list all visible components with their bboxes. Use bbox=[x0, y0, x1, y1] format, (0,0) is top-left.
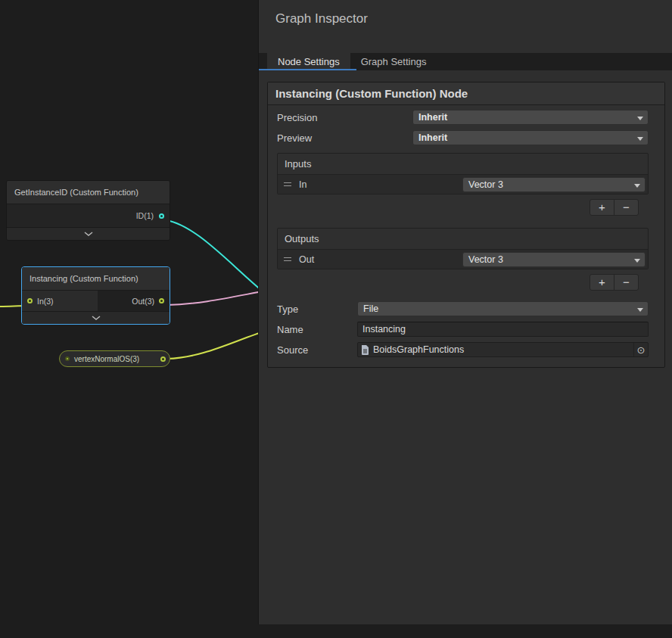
node-instancing[interactable]: Instancing (Custom Function) In(3) Out(3… bbox=[21, 266, 170, 325]
name-row: Name Instancing bbox=[277, 321, 649, 338]
type-dropdown[interactable]: File bbox=[357, 301, 649, 316]
outputs-title: Outputs bbox=[278, 229, 648, 249]
panel-title: Instancing (Custom Function) Node bbox=[268, 82, 664, 105]
precision-value: Inherit bbox=[418, 112, 447, 123]
chevron-down-icon bbox=[634, 184, 640, 188]
edge-instancing-out[interactable] bbox=[166, 291, 266, 305]
object-picker-icon[interactable]: ⊙ bbox=[633, 343, 648, 356]
input-port-icon[interactable] bbox=[27, 298, 33, 303]
type-label: Type bbox=[277, 303, 357, 315]
precision-label: Precision bbox=[277, 112, 412, 123]
active-tab-underline bbox=[259, 69, 356, 70]
node-settings-panel: Instancing (Custom Function) Node Precis… bbox=[267, 82, 665, 368]
input-row-in[interactable]: In Vector 3 bbox=[278, 174, 648, 194]
port-row: In(3) Out(3) bbox=[22, 291, 170, 311]
name-label: Name bbox=[277, 324, 357, 335]
output-port-icon[interactable] bbox=[159, 298, 164, 303]
preview-row: Preview Inherit bbox=[277, 129, 649, 146]
remove-input-button[interactable]: − bbox=[614, 199, 639, 216]
source-row: Source BoidsGraphFunctions ⊙ bbox=[277, 341, 649, 358]
chevron-down-icon bbox=[637, 308, 643, 312]
source-value: BoidsGraphFunctions bbox=[373, 344, 464, 355]
port-label-in3: In(3) bbox=[37, 297, 54, 306]
output-port-icon[interactable] bbox=[160, 356, 166, 362]
outputs-list: Outputs Out Vector 3 bbox=[277, 228, 649, 269]
output-type-value: Vector 3 bbox=[468, 254, 503, 265]
node-title[interactable]: GetInstanceID (Custom Function) bbox=[7, 181, 170, 204]
output-name: Out bbox=[299, 254, 314, 265]
chevron-down-icon bbox=[84, 232, 93, 236]
edge-vertexnormal-out[interactable] bbox=[167, 331, 266, 359]
inputs-list: Inputs In Vector 3 bbox=[277, 153, 649, 195]
node-title[interactable]: Instancing (Custom Function) bbox=[22, 267, 170, 291]
node-collapse-button[interactable] bbox=[22, 311, 170, 324]
input-name: In bbox=[299, 179, 306, 190]
graph-inspector-panel: Graph Inspector Node Settings Graph Sett… bbox=[258, 0, 672, 624]
type-row: Type File bbox=[277, 300, 649, 317]
add-output-button[interactable]: + bbox=[590, 274, 614, 291]
edge-getid-to-hidden[interactable] bbox=[162, 219, 266, 294]
inspector-tabbar: Node Settings Graph Settings bbox=[259, 53, 672, 70]
property-dot-icon bbox=[65, 356, 70, 361]
input-type-value: Vector 3 bbox=[468, 179, 503, 190]
drag-handle-icon[interactable] bbox=[284, 182, 291, 186]
tab-node-settings[interactable]: Node Settings bbox=[267, 53, 350, 70]
remove-output-button[interactable]: − bbox=[614, 274, 639, 291]
script-asset-icon bbox=[361, 345, 369, 355]
precision-dropdown[interactable]: Inherit bbox=[412, 110, 649, 125]
add-input-button[interactable]: + bbox=[590, 199, 614, 216]
output-port-icon[interactable] bbox=[159, 213, 164, 219]
property-pill-vertexnormalos[interactable]: vertexNormalOS(3) bbox=[59, 350, 170, 367]
node-getinstanceid[interactable]: GetInstanceID (Custom Function) ID(1) bbox=[6, 180, 170, 241]
input-type-dropdown[interactable]: Vector 3 bbox=[462, 177, 646, 192]
inputs-title: Inputs bbox=[278, 154, 648, 174]
outputs-list-toolbar: + − bbox=[268, 274, 639, 291]
chevron-down-icon bbox=[637, 117, 643, 120]
type-value: File bbox=[363, 303, 378, 314]
port-row: ID(1) bbox=[7, 204, 170, 227]
port-label-id1: ID(1) bbox=[136, 211, 154, 220]
output-type-dropdown[interactable]: Vector 3 bbox=[462, 252, 646, 267]
inspector-title: Graph Inspector bbox=[259, 0, 672, 26]
output-port-cell: Out(3) bbox=[98, 291, 170, 311]
node-collapse-button[interactable] bbox=[7, 227, 170, 240]
inputs-list-toolbar: + − bbox=[268, 199, 639, 216]
name-input[interactable]: Instancing bbox=[357, 322, 649, 337]
precision-row: Precision Inherit bbox=[277, 109, 649, 126]
input-port-cell: In(3) bbox=[22, 291, 98, 311]
output-row-out[interactable]: Out Vector 3 bbox=[278, 249, 648, 269]
source-object-field[interactable]: BoidsGraphFunctions ⊙ bbox=[357, 342, 649, 357]
port-label-out3: Out(3) bbox=[132, 297, 154, 306]
chevron-down-icon bbox=[634, 259, 640, 263]
property-pill-label: vertexNormalOS(3) bbox=[74, 355, 139, 363]
preview-value: Inherit bbox=[418, 132, 447, 143]
chevron-down-icon bbox=[637, 137, 643, 141]
source-label: Source bbox=[277, 344, 357, 356]
tab-graph-settings[interactable]: Graph Settings bbox=[350, 53, 437, 70]
preview-label: Preview bbox=[277, 132, 412, 144]
drag-handle-icon[interactable] bbox=[284, 257, 291, 261]
chevron-down-icon bbox=[92, 316, 101, 320]
preview-dropdown[interactable]: Inherit bbox=[412, 130, 649, 145]
